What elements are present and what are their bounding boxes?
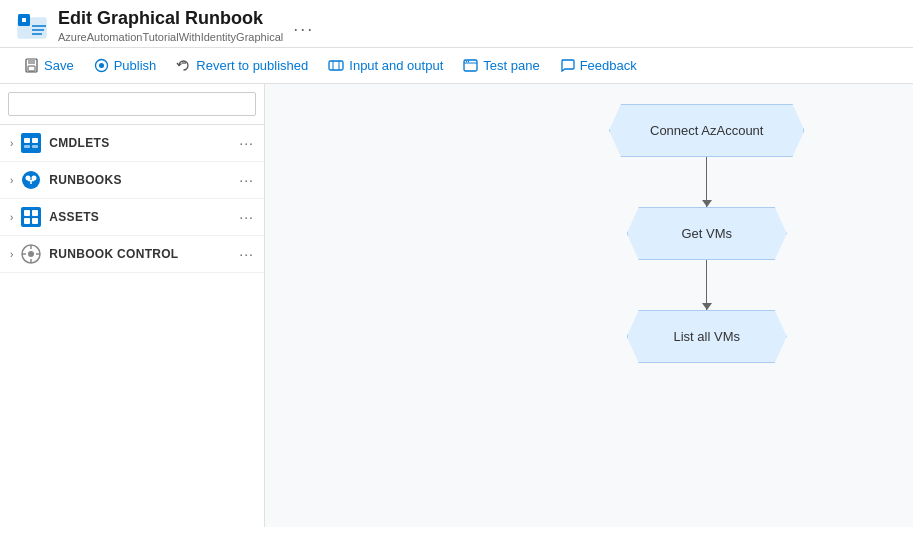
save-button[interactable]: Save [16, 54, 82, 77]
sidebar-item-runbooks[interactable]: › RUNBOOKS ··· [0, 162, 264, 199]
assets-label: ASSETS [49, 210, 99, 224]
cmdlets-icon [21, 133, 41, 153]
header-text-group: Edit Graphical Runbook AzureAutomationTu… [58, 8, 283, 43]
svg-rect-8 [28, 66, 35, 71]
svg-rect-2 [22, 18, 26, 22]
svg-rect-20 [24, 138, 30, 143]
page-subtitle: AzureAutomationTutorialWithIdentityGraph… [58, 31, 283, 43]
runbook-control-label: RUNBOOK CONTROL [49, 247, 178, 261]
page-title: Edit Graphical Runbook [58, 8, 283, 29]
page-icon [16, 10, 48, 42]
sidebar-item-control-left: › RUNBOOK CONTROL [10, 244, 179, 264]
sidebar-item-cmdlets[interactable]: › CMDLETS ··· [0, 125, 264, 162]
get-vms-label: Get VMs [681, 226, 732, 241]
flow-container: Connect AzAccount Get VMs List all VMs [609, 104, 804, 363]
search-bar [0, 84, 264, 125]
sidebar: › CMDLETS ··· › [0, 84, 265, 527]
connect-az-label: Connect AzAccount [650, 123, 763, 138]
svg-rect-23 [32, 145, 38, 148]
page-header: Edit Graphical Runbook AzureAutomationTu… [0, 0, 913, 48]
flow-node-connect-az[interactable]: Connect AzAccount [609, 104, 804, 157]
svg-rect-19 [21, 133, 41, 153]
svg-rect-30 [24, 210, 30, 216]
test-pane-button[interactable]: Test pane [455, 54, 547, 77]
chevron-right-icon: › [10, 138, 13, 149]
flow-arrow-2 [706, 260, 707, 310]
revert-label: Revert to published [196, 58, 308, 73]
svg-point-10 [99, 63, 104, 68]
svg-rect-22 [24, 145, 30, 148]
sidebar-item-assets-left: › ASSETS [10, 207, 99, 227]
sidebar-list: › CMDLETS ··· › [0, 125, 264, 527]
test-pane-label: Test pane [483, 58, 539, 73]
chevron-right-icon-4: › [10, 249, 13, 260]
feedback-button[interactable]: Feedback [552, 54, 645, 77]
save-icon [24, 58, 39, 73]
svg-rect-32 [24, 218, 30, 224]
svg-rect-33 [32, 218, 38, 224]
publish-button[interactable]: Publish [86, 54, 165, 77]
chevron-right-icon-3: › [10, 212, 13, 223]
input-output-icon [328, 58, 344, 73]
sidebar-item-runbooks-left: › RUNBOOKS [10, 170, 122, 190]
svg-point-17 [466, 61, 467, 62]
search-input[interactable] [8, 92, 256, 116]
svg-rect-7 [28, 59, 35, 64]
assets-more-icon[interactable]: ··· [239, 209, 254, 225]
svg-point-18 [468, 61, 469, 62]
canvas[interactable]: Connect AzAccount Get VMs List all VMs [265, 84, 913, 527]
flow-node-list-vms[interactable]: List all VMs [627, 310, 787, 363]
runbooks-icon [21, 170, 41, 190]
svg-rect-31 [32, 210, 38, 216]
flow-arrow-1 [706, 157, 707, 207]
cmdlets-label: CMDLETS [49, 136, 109, 150]
control-more-icon[interactable]: ··· [239, 246, 254, 262]
publish-icon [94, 58, 109, 73]
sidebar-item-runbook-control[interactable]: › RUNBOOK CONTROL ··· [0, 236, 264, 273]
svg-rect-21 [32, 138, 38, 143]
cmdlets-more-icon[interactable]: ··· [239, 135, 254, 151]
list-vms-label: List all VMs [674, 329, 740, 344]
revert-icon [176, 58, 191, 73]
input-output-button[interactable]: Input and output [320, 54, 451, 77]
save-label: Save [44, 58, 74, 73]
chevron-right-icon-2: › [10, 175, 13, 186]
main-layout: › CMDLETS ··· › [0, 84, 913, 527]
feedback-label: Feedback [580, 58, 637, 73]
test-pane-icon [463, 58, 478, 73]
sidebar-item-cmdlets-left: › CMDLETS [10, 133, 109, 153]
more-options-button[interactable]: ... [293, 15, 314, 36]
svg-rect-29 [21, 207, 41, 227]
revert-button[interactable]: Revert to published [168, 54, 316, 77]
svg-rect-12 [329, 61, 343, 70]
publish-label: Publish [114, 58, 157, 73]
input-output-label: Input and output [349, 58, 443, 73]
sidebar-item-assets[interactable]: › ASSETS ··· [0, 199, 264, 236]
toolbar: Save Publish Revert to published Input a… [0, 48, 913, 84]
svg-point-35 [28, 251, 34, 257]
assets-icon [21, 207, 41, 227]
runbooks-more-icon[interactable]: ··· [239, 172, 254, 188]
runbook-control-icon [21, 244, 41, 264]
runbooks-label: RUNBOOKS [49, 173, 121, 187]
feedback-icon [560, 58, 575, 73]
flow-node-get-vms[interactable]: Get VMs [627, 207, 787, 260]
